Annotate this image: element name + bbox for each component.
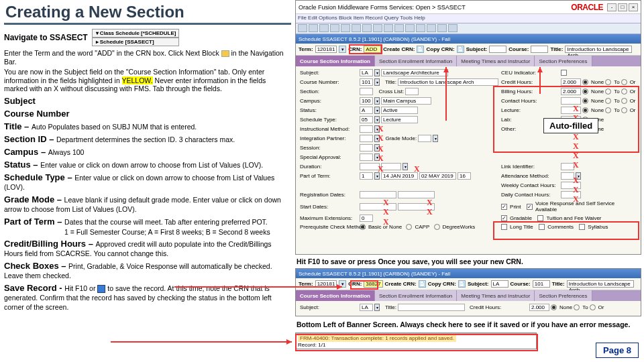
field-checks: Check Boxes –	[4, 261, 68, 271]
field-subject: Subject	[4, 96, 36, 106]
title-input[interactable]: Introduction to Landscape Arch	[398, 78, 498, 86]
intpart-input[interactable]	[360, 135, 373, 142]
duration-input[interactable]	[360, 163, 380, 170]
oracle-logo: ORACLE	[571, 3, 603, 12]
field-title: Title –	[4, 121, 32, 131]
oracle-screenshot-saved: Schedule SSASECT 8.5.2 [1.1901] (CARBON)…	[295, 268, 641, 316]
sched-lov[interactable]: ▾	[374, 116, 380, 123]
term-lov-button[interactable]: ▾	[339, 46, 346, 53]
crn-field[interactable]: ADD	[364, 46, 381, 53]
intro-para-2: You are now in the Subject field on the …	[4, 68, 291, 93]
crosslist-input[interactable]	[405, 88, 419, 95]
next-block-icon	[221, 50, 229, 57]
intro-para-1: Enter the Term and the word "ADD" in the…	[4, 49, 291, 66]
tab-enrollment-info[interactable]: Section Enrollment Information	[375, 56, 457, 66]
credit-none-radio[interactable]	[582, 79, 588, 85]
syllabus-checkbox[interactable]	[579, 224, 585, 230]
grademode-lov[interactable]: ▾	[433, 135, 438, 142]
field-credit: Credit/Billing Hours –	[4, 239, 96, 249]
field-grade: Grade Mode –	[4, 194, 64, 204]
coursenum-input[interactable]: 101	[360, 78, 373, 86]
longtitle-checkbox[interactable]	[501, 224, 507, 230]
ceu-checkbox[interactable]	[561, 70, 567, 76]
menu-bar[interactable]: File Edit Options Block Item Record Quer…	[296, 14, 641, 23]
tab-section-prefs[interactable]: Section Preferences	[535, 56, 592, 66]
autofilled-callout: Auto-filled	[543, 118, 598, 133]
subject-input[interactable]: LA	[360, 69, 373, 76]
max-button[interactable]: □	[618, 3, 627, 11]
status-message: FRM-40400: Transaction complete: 1 recor…	[298, 335, 456, 342]
field-campus: Campus –	[4, 147, 48, 157]
status-lov[interactable]: ▾	[374, 107, 380, 114]
navigate-label: Navigate to SSASECT	[4, 33, 88, 42]
field-status: Status –	[4, 160, 40, 170]
form-body: Subject: LA▾Landscape Architecture CEU I…	[296, 66, 641, 254]
startdate-from[interactable]	[360, 203, 396, 210]
form-header: Schedule SSASECT 8.5.2 [1.1901] (CARBON)…	[296, 34, 641, 44]
credit-input[interactable]: 2.000	[561, 78, 581, 86]
field-save: Save Record -	[4, 283, 64, 293]
maxext-input[interactable]: 0	[360, 215, 373, 222]
record-indicator: Record: 1/1	[298, 342, 325, 348]
regdate-from[interactable]	[360, 191, 396, 198]
toolbar[interactable]	[296, 23, 641, 34]
nav-path: ▾Class Schedule [*SCHEDULE] ▸Schedule [S…	[92, 29, 179, 46]
pot-subdesc: 1 = Full Semester Course; A = First 8 we…	[64, 228, 291, 236]
tab-meeting-times[interactable]: Meeting Times and Instructor	[457, 56, 535, 66]
grademode-input[interactable]	[418, 135, 431, 142]
campus-lov[interactable]: ▾	[374, 97, 380, 105]
key-course-field[interactable]	[531, 46, 548, 53]
field-pot: Part of Term –	[4, 217, 64, 227]
campus-input[interactable]: 100	[360, 97, 373, 105]
window-title: Oracle Fusion Middleware Forms Services:…	[299, 4, 466, 11]
term-field[interactable]: 120181	[315, 46, 337, 53]
pot-input[interactable]: 1	[360, 172, 373, 180]
min-button[interactable]: -	[607, 3, 616, 11]
page-number: Page 8	[596, 343, 639, 358]
sched-input[interactable]: 05	[360, 116, 373, 123]
status-bar-shot: FRM-40400: Transaction complete: 1 recor…	[295, 333, 537, 349]
voice-checkbox[interactable]	[527, 204, 533, 210]
copy-crn-button[interactable]: 📄	[457, 46, 464, 53]
coursenum-lov[interactable]: ▾	[374, 78, 380, 86]
tuition-checkbox[interactable]	[537, 215, 543, 221]
close-button[interactable]: ×	[629, 3, 638, 11]
comments-checkbox[interactable]	[539, 224, 545, 230]
instmethod-input[interactable]	[360, 125, 373, 133]
prereq-dw-radio[interactable]	[434, 224, 440, 230]
billing-input[interactable]: 2.000	[561, 88, 581, 95]
gradable-checkbox[interactable]	[501, 215, 507, 221]
create-crn-button[interactable]: 📄	[417, 46, 424, 53]
session-input[interactable]	[360, 144, 373, 152]
key-block: Term:120181▾ CRN:ADD Create CRN:📄 Copy C…	[296, 44, 641, 56]
page-title: Creating a New Section	[4, 3, 291, 25]
status-input[interactable]: A	[360, 107, 373, 114]
prereq-basic-radio[interactable]	[360, 224, 366, 230]
form-header-2: Schedule SSASECT 8.5.2 [1.1901] (CARBON)…	[296, 269, 641, 278]
save-icon	[97, 285, 105, 293]
section-input[interactable]	[360, 88, 373, 95]
crn-saved-field[interactable]: 38827	[364, 280, 382, 288]
bottom-hint: Bottom Left of Banner Screen. Always che…	[297, 320, 643, 328]
print-checkbox[interactable]	[501, 204, 507, 210]
key-title-field[interactable]: Introduction to Landscape Arch	[565, 46, 632, 53]
tabs: Course Section Information Section Enrol…	[296, 56, 641, 66]
field-section: Section ID –	[4, 134, 56, 144]
field-sched: Schedule Type –	[4, 172, 74, 182]
tab-course-section-info[interactable]: Course Section Information	[296, 56, 375, 66]
specapproval-input[interactable]	[360, 154, 373, 161]
f10-hint: Hit F10 to save or press Once you save, …	[297, 257, 643, 265]
key-subject-field[interactable]	[489, 46, 506, 53]
prereq-capp-radio[interactable]	[406, 224, 412, 230]
field-coursenum: Course Number	[4, 109, 70, 119]
subject-lov[interactable]: ▾	[374, 69, 380, 76]
